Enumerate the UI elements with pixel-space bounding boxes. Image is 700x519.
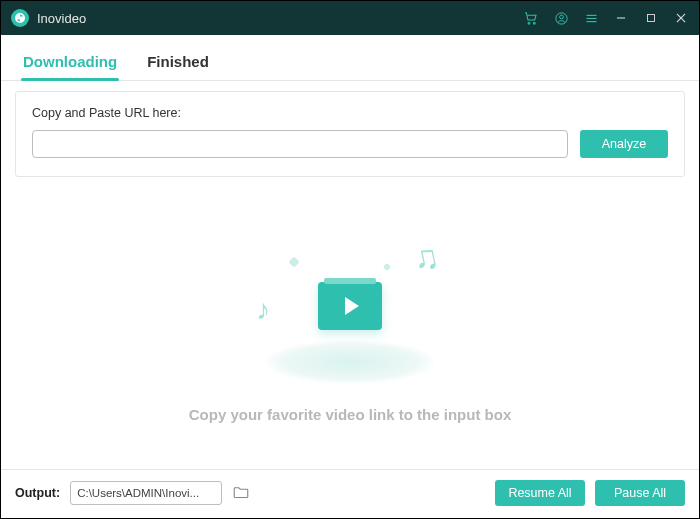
url-input-label: Copy and Paste URL here: — [32, 106, 668, 120]
resume-all-button[interactable]: Resume All — [495, 480, 585, 506]
svg-point-3 — [559, 15, 563, 19]
menu-icon[interactable] — [583, 10, 599, 26]
maximize-button[interactable] — [643, 10, 659, 26]
close-button[interactable] — [673, 10, 689, 26]
app-logo-icon — [11, 9, 29, 27]
empty-illustration: ♪ ♫ — [250, 234, 450, 384]
titlebar-actions — [523, 10, 689, 26]
footer-bar: Output: Resume All Pause All — [1, 469, 699, 518]
empty-state-text: Copy your favorite video link to the inp… — [189, 406, 512, 423]
pause-all-button[interactable]: Pause All — [595, 480, 685, 506]
cart-icon[interactable] — [523, 10, 539, 26]
output-path-input[interactable] — [70, 481, 222, 505]
titlebar: Inovideo — [1, 1, 699, 35]
music-note-icon: ♪ — [256, 294, 270, 326]
empty-state: ♪ ♫ Copy your favorite video link to the… — [1, 177, 699, 469]
url-panel: Copy and Paste URL here: Analyze — [15, 91, 685, 177]
video-play-icon — [318, 282, 382, 330]
account-icon[interactable] — [553, 10, 569, 26]
folder-icon[interactable] — [232, 484, 250, 502]
tab-finished[interactable]: Finished — [145, 45, 211, 80]
analyze-button[interactable]: Analyze — [580, 130, 668, 158]
minimize-button[interactable] — [613, 10, 629, 26]
svg-point-0 — [528, 22, 530, 24]
app-title: Inovideo — [37, 11, 86, 26]
url-input[interactable] — [32, 130, 568, 158]
music-note-icon: ♫ — [409, 235, 442, 278]
svg-rect-8 — [648, 15, 655, 22]
output-label: Output: — [15, 486, 60, 500]
tab-downloading[interactable]: Downloading — [21, 45, 119, 80]
app-window: Inovideo Downloading Finished — [0, 0, 700, 519]
svg-point-1 — [533, 22, 535, 24]
tab-bar: Downloading Finished — [1, 35, 699, 81]
